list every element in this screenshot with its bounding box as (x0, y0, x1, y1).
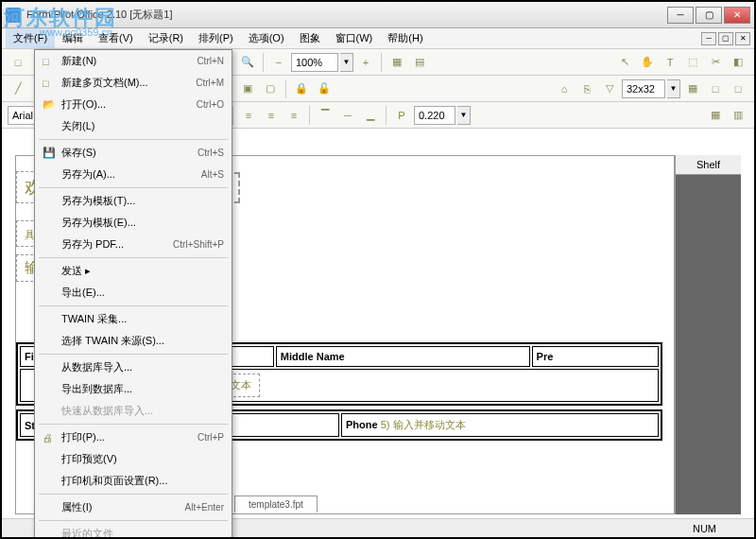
file-menu-item-18[interactable]: 从数据库导入... (35, 356, 232, 378)
mdi-restore-button[interactable]: ▢ (718, 32, 733, 45)
file-menu-item-16[interactable]: 选择 TWAIN 来源(S)... (35, 330, 232, 352)
layers-icon[interactable]: ▤ (409, 52, 430, 73)
new-doc-icon[interactable]: □ (8, 52, 28, 73)
th-pre: Pre (532, 346, 659, 367)
zoom-in-icon[interactable]: + (355, 52, 376, 73)
shelf-panel: Shelf (675, 155, 741, 514)
file-menu-item-23[interactable]: 打印预览(V) (35, 448, 232, 470)
file-menu-item-9[interactable]: 另存为模板(E)... (35, 212, 232, 234)
valign-bot-icon[interactable]: ▁ (360, 105, 381, 126)
file-menu-item-10[interactable]: 另存为 PDF...Ctrl+Shift+P (35, 234, 232, 255)
align-left-icon[interactable]: ≡ (238, 105, 259, 126)
filter-icon[interactable]: ▽ (599, 78, 620, 99)
menu-window[interactable]: 窗口(W) (328, 28, 381, 48)
menu-record[interactable]: 记录(R) (141, 28, 191, 48)
file-menu-item-3[interactable]: 关闭(L) (35, 115, 232, 137)
document-tabs: template3.fpt (234, 494, 318, 514)
status-num: NUM (693, 523, 716, 534)
spacing-dropdown[interactable]: ▼ (457, 106, 471, 125)
file-menu-item-6[interactable]: 另存为(A)...Alt+S (35, 164, 232, 185)
pointer-icon[interactable]: ↖ (614, 52, 635, 73)
select-icon[interactable]: ⬚ (682, 52, 703, 73)
file-menu-item-28: 最近的文件 (35, 523, 232, 539)
t1-icon[interactable]: □ (705, 78, 726, 99)
misc-icon[interactable]: ◧ (728, 52, 748, 73)
watermark-url: www.pc0359.cn (40, 26, 112, 38)
line-icon[interactable]: ╱ (8, 78, 28, 99)
dup-icon[interactable]: ⎘ (576, 78, 597, 99)
para-icon[interactable]: P (391, 105, 412, 126)
file-menu-item-24[interactable]: 打印机和页面设置(R)... (35, 470, 232, 492)
grid2-icon[interactable]: ▦ (682, 78, 703, 99)
menu-arrange[interactable]: 排列(P) (191, 28, 241, 48)
zoom-out-icon[interactable]: − (268, 52, 289, 73)
file-menu-item-0[interactable]: □新建(N)Ctrl+N (35, 50, 232, 72)
tab-template3[interactable]: template3.fpt (234, 496, 318, 513)
file-menu-item-19[interactable]: 导出到数据库... (35, 378, 232, 400)
minimize-button[interactable]: ─ (667, 7, 694, 24)
text-tool-icon[interactable]: T (660, 52, 680, 73)
file-menu-dropdown: □新建(N)Ctrl+N□新建多页文档(M)...Ctrl+M📂打开(O)...… (34, 49, 232, 539)
unlock-icon[interactable]: 🔓 (314, 78, 335, 99)
mdi-close-button[interactable]: ✕ (735, 32, 750, 45)
grid-icon[interactable]: ▦ (387, 52, 407, 73)
zoom-input[interactable] (291, 53, 338, 72)
menu-image[interactable]: 图象 (292, 28, 328, 48)
zoom-dropdown[interactable]: ▼ (340, 53, 353, 72)
file-menu-item-22[interactable]: 🖨打印(P)...Ctrl+P (35, 426, 232, 448)
th-middlename: Middle Name (276, 346, 530, 367)
group-icon[interactable]: ▣ (237, 78, 258, 99)
lock-icon[interactable]: 🔒 (291, 78, 312, 99)
file-menu-item-5[interactable]: 💾保存(S)Ctrl+S (35, 142, 232, 164)
size-input[interactable] (622, 79, 665, 98)
ungroup-icon[interactable]: ▢ (260, 78, 281, 99)
crop-icon[interactable]: ✂ (705, 52, 726, 73)
file-menu-item-13[interactable]: 导出(E)... (35, 282, 232, 304)
size-dropdown[interactable]: ▼ (667, 79, 680, 98)
file-menu-item-1[interactable]: □新建多页文档(M)...Ctrl+M (35, 72, 232, 94)
file-menu-item-26[interactable]: 属性(I)Alt+Enter (35, 496, 232, 518)
th-phone: Phone 5) 输入并移动文本 (341, 413, 659, 437)
hand-icon[interactable]: ✋ (637, 52, 658, 73)
home-icon[interactable]: ⌂ (554, 78, 575, 99)
window-title: Form Pilot Office 2.10 [无标题1] (26, 8, 667, 22)
valign-mid-icon[interactable]: ─ (337, 105, 358, 126)
text-opt1-icon[interactable]: ▦ (705, 105, 726, 126)
align-center-icon[interactable]: ≡ (261, 105, 282, 126)
t2-icon[interactable]: □ (728, 78, 748, 99)
align-right-icon[interactable]: ≡ (284, 105, 304, 126)
mdi-minimize-button[interactable]: ─ (701, 32, 716, 45)
close-button[interactable]: ✕ (724, 7, 750, 24)
file-menu-item-2[interactable]: 📂打开(O)...Ctrl+O (35, 94, 232, 115)
maximize-button[interactable]: ▢ (696, 7, 722, 24)
file-menu-item-15[interactable]: TWAIN 采集... (35, 308, 232, 330)
spacing-input[interactable] (414, 106, 455, 125)
valign-top-icon[interactable]: ▔ (315, 105, 335, 126)
shelf-title: Shelf (676, 155, 741, 175)
file-menu-item-8[interactable]: 另存为模板(T)... (35, 190, 232, 212)
file-menu-item-12[interactable]: 发送 ▸ (35, 260, 232, 282)
menu-help[interactable]: 帮助(H) (380, 28, 430, 48)
file-menu-item-20: 快速从数据库导入... (35, 400, 232, 422)
preview-icon[interactable]: 🔍 (237, 52, 258, 73)
menu-options[interactable]: 选项(O) (241, 28, 292, 48)
text-opt2-icon[interactable]: ▥ (728, 105, 748, 126)
